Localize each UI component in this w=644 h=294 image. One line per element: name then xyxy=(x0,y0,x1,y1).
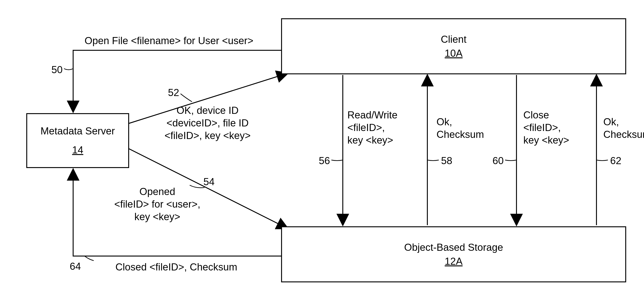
storage-title: Object-Based Storage xyxy=(404,242,503,254)
ref-54: 54 xyxy=(204,176,214,188)
storage-box: Object-Based Storage 12A xyxy=(281,226,626,282)
client-ref: 10A xyxy=(445,47,462,60)
label-54-text: Opened <fileID> for <user>, key <key> xyxy=(114,185,200,223)
label-50-text: Open File <filename> for User <user> xyxy=(84,34,254,47)
label-60-text: Close <fileID>, key <key> xyxy=(523,108,569,146)
label-52-text: OK, device ID <deviceID>, file ID <fileI… xyxy=(164,104,251,142)
ref-62: 62 xyxy=(610,155,622,166)
label-56-text: Read/Write <fileID>, key <key> xyxy=(347,108,398,146)
ref-50: 50 xyxy=(52,64,62,76)
metadata-server-box: Metadata Server 14 xyxy=(26,113,129,168)
storage-ref: 12A xyxy=(445,255,462,268)
ref-56: 56 xyxy=(319,155,330,166)
ref-52: 52 xyxy=(168,87,179,98)
metadata-title: Metadata Server xyxy=(40,125,115,137)
label-64-text: Closed <fileID>, Checksum xyxy=(116,260,237,273)
metadata-ref: 14 xyxy=(72,144,84,156)
ref-64: 64 xyxy=(70,260,81,272)
label-58-text: Ok, Checksum xyxy=(436,116,484,140)
label-62-text: Ok, Checksum xyxy=(603,116,644,140)
client-box: Client 10A xyxy=(281,18,626,74)
diagram-canvas: Client 10A Metadata Server 14 Object-Bas… xyxy=(0,0,644,294)
ref-60: 60 xyxy=(492,155,504,166)
client-title: Client xyxy=(441,34,467,46)
ref-58: 58 xyxy=(441,155,452,166)
